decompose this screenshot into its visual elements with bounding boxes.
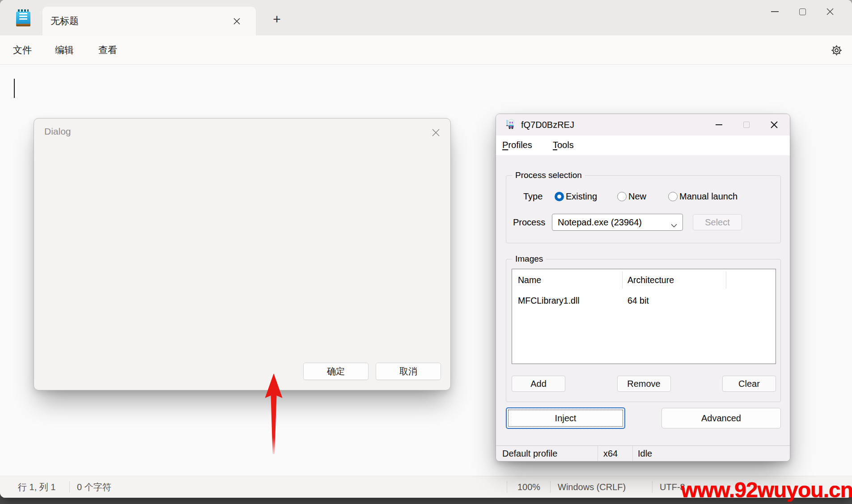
process-combobox-value: Notepad.exe (23964) [558, 214, 642, 230]
cancel-button[interactable]: 取消 [376, 363, 441, 380]
maximize-button[interactable] [788, 2, 816, 21]
tab-bar: 无标题 + [0, 0, 852, 35]
tab-title: 无标题 [51, 7, 79, 35]
images-table[interactable]: Name Architecture MFCLibrary1.dll 64 bit [512, 269, 776, 364]
advanced-button[interactable]: Advanced [661, 408, 781, 428]
inject-button[interactable]: Inject [506, 407, 625, 429]
tab-close-icon[interactable] [229, 13, 244, 29]
injector-window-title: fQ7D0BzREJ [521, 114, 574, 136]
status-line-col: 行 1, 列 1 [18, 476, 55, 498]
ok-button[interactable]: 确定 [303, 363, 369, 380]
menu-tools[interactable]: Tools [553, 136, 574, 155]
status-state: Idle [638, 446, 652, 462]
status-char-count: 0 个字符 [77, 476, 111, 498]
type-label: Type [523, 187, 543, 205]
radio-existing[interactable] [555, 192, 564, 201]
process-combobox[interactable]: Notepad.exe (23964) [552, 214, 683, 231]
injector-close-button[interactable] [760, 114, 788, 136]
injector-status-bar: Default profile x64 Idle [496, 445, 790, 462]
chevron-down-icon [671, 220, 677, 230]
images-legend: Images [512, 254, 546, 264]
radio-manual-launch[interactable] [668, 192, 678, 201]
injector-menu-bar: Profiles Tools [496, 136, 790, 155]
text-caret [14, 79, 15, 98]
type-row: Type Existing New Manual launch [506, 187, 780, 205]
process-label: Process [513, 213, 545, 231]
notepad-menu-bar: 文件 编辑 查看 [0, 35, 852, 65]
injector-maximize-button [733, 114, 760, 136]
images-group: Images Name Architecture MFCLibrary1.dll… [506, 259, 781, 402]
add-button[interactable]: Add [512, 376, 565, 392]
radio-manual-launch-label[interactable]: Manual launch [679, 187, 738, 205]
radio-existing-label[interactable]: Existing [566, 187, 597, 205]
dialog-close-icon[interactable] [427, 124, 444, 141]
col-header-name[interactable]: Name [518, 269, 541, 291]
watermark: www.92wuyou.cn [681, 478, 852, 502]
radio-new[interactable] [617, 192, 627, 201]
injector-title-bar: fQ7D0BzREJ [496, 114, 790, 136]
process-selection-group: Process selection Type Existing New Manu… [506, 175, 781, 243]
table-row-name[interactable]: MFCLibrary1.dll [518, 291, 580, 310]
notepad-app-icon [16, 9, 30, 26]
status-line-ending[interactable]: Windows (CRLF) [558, 476, 626, 498]
injector-minimize-button[interactable] [705, 114, 733, 136]
radio-new-label[interactable]: New [628, 187, 646, 205]
minimize-button[interactable] [761, 2, 788, 21]
injector-window: fQ7D0BzREJ Profiles Tools Process select… [496, 114, 790, 462]
process-selection-legend: Process selection [512, 170, 585, 180]
menu-view[interactable]: 查看 [97, 35, 119, 64]
dialog-window: Dialog 确定 取消 [34, 118, 451, 390]
injector-actions-row: Inject Advanced [506, 407, 781, 429]
table-row-architecture[interactable]: 64 bit [627, 291, 649, 310]
status-zoom-level[interactable]: 100% [517, 476, 540, 498]
injector-window-controls [705, 114, 788, 136]
menu-edit[interactable]: 编辑 [53, 35, 76, 64]
settings-button[interactable] [828, 42, 845, 59]
gear-icon [831, 44, 843, 56]
col-header-architecture[interactable]: Architecture [627, 269, 674, 291]
status-profile: Default profile [502, 446, 557, 462]
tab-untitled[interactable]: 无标题 [42, 7, 256, 35]
clear-button[interactable]: Clear [722, 376, 776, 392]
menu-profiles[interactable]: Profiles [502, 136, 532, 155]
new-tab-button[interactable]: + [268, 11, 285, 28]
menu-file[interactable]: 文件 [11, 35, 34, 64]
close-button[interactable] [816, 2, 844, 21]
images-buttons-row: Add Remove Clear [512, 376, 776, 392]
notepad-window-controls [761, 2, 844, 21]
remove-button[interactable]: Remove [617, 376, 671, 392]
select-button[interactable]: Select [693, 214, 742, 230]
dialog-title: Dialog [44, 126, 71, 137]
process-row: Process Notepad.exe (23964) Select [506, 213, 780, 231]
injector-app-icon [504, 119, 516, 131]
status-architecture: x64 [603, 446, 618, 462]
